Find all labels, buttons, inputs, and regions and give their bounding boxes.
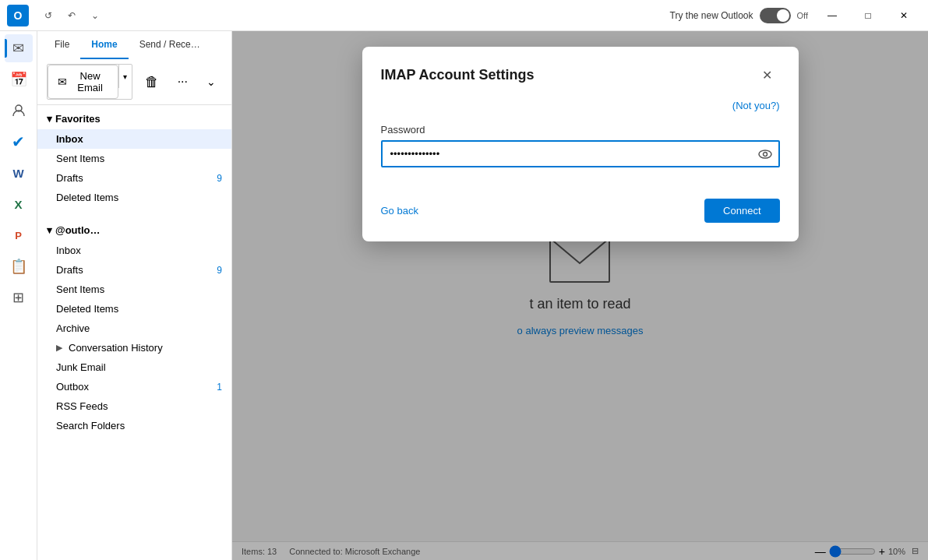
new-email-dropdown[interactable]: ▾ [118,65,131,88]
nav-excel-button[interactable]: X [5,190,33,218]
ribbon-content: ✉ New Email ▾ 🗑 ··· ⌄ [44,59,225,104]
sidebar-item-deleted[interactable]: Deleted Items [37,188,231,207]
toggle-knob [777,9,789,22]
nav-contacts-button[interactable] [5,97,33,125]
nav-clipboard-button[interactable]: 📋 [5,252,33,280]
more-actions-button[interactable]: ⌄ [86,6,104,25]
svg-point-2 [759,150,771,158]
nav-powerpoint-button[interactable]: P [5,221,33,249]
try-new-label: Try the new Outlook [670,10,753,21]
drafts2-count: 9 [217,265,222,276]
tab-file[interactable]: File [44,31,80,59]
chevron-down-icon-2: ▾ [47,224,52,236]
sidebar-item-drafts2[interactable]: Drafts 9 [37,260,231,280]
more-options-button[interactable]: ··· [171,72,194,92]
rss-label: RSS Feeds [56,400,222,412]
go-back-button[interactable]: Go back [381,205,418,217]
undo-button[interactable]: ↺ [39,6,58,25]
title-bar: O ↺ ↶ ⌄ Try the new Outlook Off — □ ✕ [0,0,928,31]
inbox2-label: Inbox [56,245,222,256]
sent2-label: Sent Items [56,284,222,295]
maximize-button[interactable]: □ [850,3,886,28]
junk-label: Junk Email [56,361,222,373]
expand-ribbon-button[interactable]: ⌄ [200,72,222,91]
sidebar-item-rss[interactable]: RSS Feeds [37,396,231,416]
sidebar-item-deleted2[interactable]: Deleted Items [37,299,231,319]
chevron-right-icon: ▶ [56,343,62,353]
sidebar-item-archive[interactable]: Archive [37,319,231,338]
window-controls: — □ ✕ [814,3,922,28]
folder-section-account: ▾ @outlo… Inbox Drafts 9 Sent Items Dele… [37,217,231,438]
new-outlook-toggle[interactable] [760,8,791,23]
minimize-button[interactable]: — [814,3,850,28]
app-window: O ↺ ↶ ⌄ Try the new Outlook Off — □ ✕ [0,0,928,560]
tab-send-receive[interactable]: Send / Rece… [129,31,211,59]
sidebar-item-sent2[interactable]: Sent Items [37,280,231,299]
chevron-down-icon: ▾ [47,113,52,125]
outlook-logo-icon: O [7,5,29,26]
archive-label: Archive [56,322,222,334]
sidebar-item-search-folders[interactable]: Search Folders [37,416,231,435]
modal-email-row: (Not you?) [381,100,780,111]
sidebar-item-outbox[interactable]: Outbox 1 [37,377,231,396]
new-email-icon: ✉ [58,76,67,88]
modal-title: IMAP Account Settings [381,67,535,83]
content-area: t an item to read o always preview messa… [232,31,928,560]
nav-word-button[interactable]: W [5,159,33,187]
svg-point-3 [763,152,767,156]
modal-backdrop: IMAP Account Settings ✕ (Not you?) Passw… [232,31,928,560]
favorites-header[interactable]: ▾ Favorites [37,108,231,129]
deleted-label: Deleted Items [56,192,222,203]
title-bar-actions: ↺ ↶ ⌄ [39,6,104,25]
try-new-outlook: Try the new Outlook Off [670,8,808,23]
main-area: ✉ 📅 ✔ W X P 📋 ⊞ File Home Send / [0,31,928,560]
ribbon-tabs: File Home Send / Rece… [44,31,225,59]
password-toggle-button[interactable] [758,147,772,161]
password-input[interactable] [381,140,780,167]
redo-button[interactable]: ↶ [62,6,81,25]
nav-grid-button[interactable]: ⊞ [5,284,33,312]
title-bar-right: Try the new Outlook Off — □ ✕ [670,3,922,28]
imap-settings-modal: IMAP Account Settings ✕ (Not you?) Passw… [362,47,799,241]
nav-icons: ✉ 📅 ✔ W X P 📋 ⊞ [0,31,37,560]
eye-icon [758,147,772,161]
drafts-label: Drafts [56,172,213,184]
search-folders-label: Search Folders [56,420,222,431]
sent-label: Sent Items [56,153,222,164]
close-button[interactable]: ✕ [886,3,922,28]
sidebar-item-sent[interactable]: Sent Items [37,149,231,168]
nav-tasks-button[interactable]: ✔ [5,128,33,156]
sidebar: File Home Send / Rece… ✉ New Email ▾ 🗑 ·… [37,31,232,560]
nav-mail-button[interactable]: ✉ [5,34,33,62]
outbox-count: 1 [217,382,222,393]
connect-button[interactable]: Connect [704,199,779,223]
favorites-label: Favorites [55,113,101,125]
inbox-label: Inbox [56,133,222,145]
sidebar-item-inbox[interactable]: Inbox [37,129,231,149]
password-label: Password [381,124,780,136]
conv-history-label: Conversation History [65,342,222,354]
outbox-label: Outbox [56,381,213,393]
sidebar-item-conv-history[interactable]: ▶ Conversation History [37,338,231,357]
password-wrapper [381,140,780,167]
modal-body: (Not you?) Password [362,87,799,186]
delete-button[interactable]: 🗑 [139,71,165,93]
drafts-count: 9 [217,173,222,184]
account-label: @outlo… [55,224,100,236]
new-email-button[interactable]: ✉ New Email [48,65,118,99]
folder-section-favorites: ▾ Favorites Inbox Sent Items Drafts 9 De… [37,105,231,210]
new-email-label: New Email [72,70,108,93]
drafts2-label: Drafts [56,264,213,276]
expand-button-wrap: ⌄ [200,72,222,91]
sidebar-item-drafts[interactable]: Drafts 9 [37,168,231,188]
sidebar-item-inbox2[interactable]: Inbox [37,241,231,260]
nav-calendar-button[interactable]: 📅 [5,65,33,93]
modal-close-button[interactable]: ✕ [755,62,780,87]
not-you-link[interactable]: (Not you?) [732,100,780,111]
new-email-group: ✉ New Email ▾ [47,64,132,100]
modal-footer: Go back Connect [362,186,799,241]
sidebar-item-junk[interactable]: Junk Email [37,357,231,377]
account-header[interactable]: ▾ @outlo… [37,220,231,241]
outlook-logo: O [6,4,30,27]
tab-home[interactable]: Home [80,31,128,59]
